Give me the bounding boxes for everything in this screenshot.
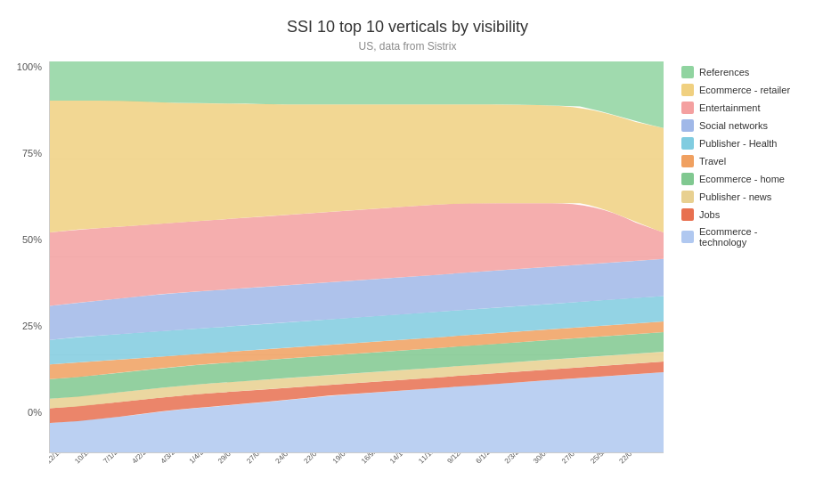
legend-item-4: Publisher - Health <box>681 137 806 150</box>
legend-item-7: Publisher - news <box>681 191 806 203</box>
legend-item-0: References <box>681 66 806 78</box>
chart-body: 100% 75% 50% 25% 0% <box>9 61 806 453</box>
legend-color-1 <box>681 84 694 96</box>
legend-item-3: Social networks <box>681 119 806 132</box>
x-axis-svg: 12/11/2022 10/12/2022 7/1/2023 4/2/2023 … <box>49 453 659 502</box>
chart-subtitle: US, data from Sistrix <box>9 40 806 53</box>
y-label-75: 75% <box>22 148 42 159</box>
svg-text:11/11/2023: 11/11/2023 <box>417 453 449 465</box>
legend-label-3: Social networks <box>699 120 768 131</box>
legend-color-7 <box>681 191 694 203</box>
svg-text:2/3/2024: 2/3/2024 <box>503 453 530 465</box>
legend-item-8: Jobs <box>681 208 806 221</box>
svg-text:30/03/2024: 30/03/2024 <box>532 453 564 465</box>
legend-item-1: Ecommerce - retailer <box>681 84 806 96</box>
chart-container: SSI 10 top 10 verticals by visibility US… <box>0 0 815 504</box>
chart-area <box>49 61 664 453</box>
legend-color-0 <box>681 66 694 78</box>
svg-text:10/12/2022: 10/12/2022 <box>73 453 105 465</box>
svg-text:22/07/2023: 22/07/2023 <box>303 453 335 465</box>
y-label-100: 100% <box>17 61 42 72</box>
svg-text:7/1/2023: 7/1/2023 <box>102 453 128 465</box>
chart-svg <box>50 61 664 452</box>
y-label-0: 0% <box>28 407 42 418</box>
x-axis: 12/11/2022 10/12/2022 7/1/2023 4/2/2023 … <box>9 453 806 502</box>
legend-label-9: Ecommerce - technology <box>699 226 806 248</box>
svg-text:29/04/2023: 29/04/2023 <box>216 453 249 465</box>
chart-title: SSI 10 top 10 verticals by visibility <box>9 18 806 37</box>
svg-text:19/08/2023: 19/08/2023 <box>331 453 363 465</box>
legend-color-9 <box>681 231 694 243</box>
legend-label-0: References <box>699 67 749 77</box>
y-label-50: 50% <box>22 234 42 245</box>
legend-color-3 <box>681 119 694 132</box>
svg-text:1/4/2023: 1/4/2023 <box>188 453 215 465</box>
svg-text:14/10/2023: 14/10/2023 <box>388 453 420 465</box>
legend-label-1: Ecommerce - retailer <box>699 85 790 95</box>
svg-text:6/1/2024: 6/1/2024 <box>475 453 501 465</box>
legend-label-5: Travel <box>699 156 726 167</box>
legend-label-8: Jobs <box>699 209 720 220</box>
legend: ReferencesEcommerce - retailerEntertainm… <box>664 61 806 453</box>
svg-text:4/3/2023: 4/3/2023 <box>159 453 186 465</box>
legend-label-4: Publisher - Health <box>699 138 777 149</box>
svg-text:22/06/2024: 22/06/2024 <box>617 453 649 465</box>
legend-color-8 <box>681 208 694 221</box>
svg-text:9/12/2023: 9/12/2023 <box>445 453 475 465</box>
svg-text:4/2/2023: 4/2/2023 <box>130 453 157 465</box>
legend-color-6 <box>681 173 694 185</box>
y-axis: 100% 75% 50% 25% 0% <box>9 61 49 453</box>
svg-text:27/04/2024: 27/04/2024 <box>560 453 592 465</box>
legend-label-7: Publisher - news <box>699 191 771 202</box>
legend-item-9: Ecommerce - technology <box>681 226 806 248</box>
legend-label-2: Entertainment <box>699 102 760 113</box>
legend-color-2 <box>681 102 694 114</box>
legend-item-5: Travel <box>681 155 806 167</box>
legend-color-4 <box>681 137 694 150</box>
svg-text:16/9/2023: 16/9/2023 <box>360 453 389 465</box>
legend-label-6: Ecommerce - home <box>699 174 785 184</box>
legend-color-5 <box>681 155 694 167</box>
svg-text:27/05/2023: 27/05/2023 <box>245 453 277 465</box>
svg-text:24/06/2023: 24/06/2023 <box>273 453 306 465</box>
y-label-25: 25% <box>22 321 42 331</box>
legend-item-6: Ecommerce - home <box>681 173 806 185</box>
legend-item-2: Entertainment <box>681 102 806 114</box>
svg-text:25/5/2024: 25/5/2024 <box>589 453 618 465</box>
